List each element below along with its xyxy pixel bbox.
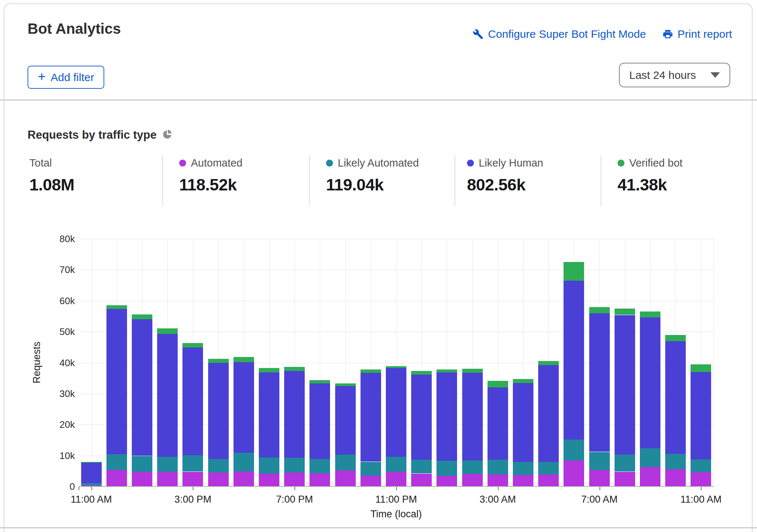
bar-segment-automated[interactable] — [182, 472, 203, 487]
bar-segment-verified-bot[interactable] — [665, 335, 686, 342]
bar-segment-likely-human[interactable] — [538, 365, 559, 462]
bar-segment-likely-automated[interactable] — [259, 458, 279, 474]
bar-segment-automated[interactable] — [259, 474, 279, 487]
bar-segment-likely-automated[interactable] — [665, 454, 686, 469]
bar-segment-likely-automated[interactable] — [361, 462, 381, 475]
bar-segment-verified-bot[interactable] — [564, 262, 584, 281]
bar-segment-likely-automated[interactable] — [309, 459, 330, 473]
bar-segment-automated[interactable] — [513, 475, 533, 487]
bar-segment-verified-bot[interactable] — [589, 307, 610, 314]
bar-segment-likely-human[interactable] — [157, 334, 178, 457]
bar-segment-automated[interactable] — [132, 472, 152, 487]
bar-segment-automated[interactable] — [564, 460, 584, 487]
bar-segment-likely-automated[interactable] — [640, 448, 660, 467]
bar-segment-likely-automated[interactable] — [691, 459, 711, 472]
bar-segment-likely-human[interactable] — [309, 383, 330, 459]
bar-segment-verified-bot[interactable] — [386, 366, 406, 368]
bar-segment-likely-human[interactable] — [564, 281, 584, 440]
bar-segment-likely-human[interactable] — [665, 341, 686, 453]
bar-segment-likely-automated[interactable] — [411, 460, 432, 473]
bar-segment-likely-human[interactable] — [106, 309, 127, 455]
bar-segment-verified-bot[interactable] — [182, 343, 203, 348]
bar-segment-verified-bot[interactable] — [335, 383, 356, 386]
bar-segment-automated[interactable] — [615, 472, 635, 487]
bar-segment-verified-bot[interactable] — [640, 311, 660, 317]
bar-segment-likely-human[interactable] — [640, 317, 660, 448]
bar-segment-likely-automated[interactable] — [513, 462, 533, 475]
bar-segment-likely-automated[interactable] — [106, 454, 127, 470]
bar-segment-likely-automated[interactable] — [462, 460, 483, 474]
bar-segment-automated[interactable] — [538, 474, 559, 487]
bar-segment-automated[interactable] — [106, 470, 127, 487]
bar-segment-likely-automated[interactable] — [564, 440, 584, 460]
bar-segment-automated[interactable] — [589, 470, 610, 487]
bar-segment-likely-human[interactable] — [361, 373, 381, 462]
bar-segment-automated[interactable] — [335, 470, 356, 487]
bar-segment-likely-human[interactable] — [488, 387, 508, 460]
bar-segment-automated[interactable] — [640, 467, 660, 487]
bar-segment-verified-bot[interactable] — [437, 369, 457, 372]
bar-segment-automated[interactable] — [233, 471, 254, 487]
bar-segment-verified-bot[interactable] — [411, 371, 432, 374]
bar-segment-verified-bot[interactable] — [157, 328, 178, 334]
bar-segment-verified-bot[interactable] — [615, 309, 635, 315]
bar-segment-likely-human[interactable] — [335, 386, 356, 455]
bar-segment-likely-human[interactable] — [615, 315, 635, 455]
bar-segment-likely-human[interactable] — [589, 313, 610, 452]
bar-segment-automated[interactable] — [309, 473, 330, 487]
bar-segment-likely-automated[interactable] — [589, 452, 610, 470]
bar-segment-likely-human[interactable] — [81, 463, 102, 483]
bar-segment-likely-human[interactable] — [233, 362, 254, 453]
bar-segment-likely-human[interactable] — [182, 347, 203, 455]
bar-segment-likely-human[interactable] — [132, 319, 152, 456]
bar-segment-likely-human[interactable] — [411, 375, 432, 460]
bar-segment-automated[interactable] — [488, 474, 508, 487]
bar-segment-likely-automated[interactable] — [615, 455, 635, 471]
bar-segment-automated[interactable] — [691, 472, 711, 487]
bar-segment-likely-automated[interactable] — [182, 455, 203, 472]
bar-segment-verified-bot[interactable] — [208, 359, 229, 363]
bar-segment-likely-automated[interactable] — [157, 457, 178, 472]
bar-segment-verified-bot[interactable] — [513, 379, 533, 383]
bar-segment-automated[interactable] — [386, 472, 406, 487]
bar-segment-likely-automated[interactable] — [335, 455, 356, 470]
bar-segment-automated[interactable] — [361, 475, 381, 487]
bar-segment-likely-automated[interactable] — [233, 453, 254, 471]
bar-segment-likely-human[interactable] — [284, 371, 305, 458]
bar-segment-verified-bot[interactable] — [361, 369, 381, 373]
bar-segment-likely-automated[interactable] — [284, 458, 305, 473]
bar-segment-automated[interactable] — [284, 473, 305, 487]
bar-segment-automated[interactable] — [437, 476, 457, 487]
bar-segment-likely-automated[interactable] — [81, 483, 102, 485]
bar-segment-automated[interactable] — [411, 474, 432, 487]
bar-segment-likely-human[interactable] — [691, 372, 711, 459]
bar-segment-verified-bot[interactable] — [462, 369, 483, 373]
bar-segment-likely-automated[interactable] — [488, 460, 508, 475]
bar-segment-verified-bot[interactable] — [132, 314, 152, 319]
bar-segment-likely-automated[interactable] — [386, 457, 406, 472]
bar-segment-automated[interactable] — [208, 473, 229, 487]
bar-segment-verified-bot[interactable] — [691, 364, 711, 372]
bar-segment-likely-automated[interactable] — [208, 459, 229, 473]
bar-segment-verified-bot[interactable] — [309, 380, 330, 383]
bar-segment-verified-bot[interactable] — [538, 361, 559, 365]
bar-segment-verified-bot[interactable] — [81, 462, 102, 463]
bar-segment-automated[interactable] — [665, 469, 686, 487]
bar-segment-likely-human[interactable] — [513, 383, 533, 462]
bar-segment-likely-human[interactable] — [259, 372, 279, 458]
bar-segment-verified-bot[interactable] — [488, 381, 508, 387]
bar-segment-likely-human[interactable] — [437, 372, 457, 461]
x-tick-label: 3:00 PM — [152, 494, 233, 505]
bar-segment-verified-bot[interactable] — [106, 305, 127, 309]
bar-segment-likely-human[interactable] — [386, 368, 406, 457]
bar-segment-likely-human[interactable] — [462, 373, 483, 460]
bar-segment-likely-automated[interactable] — [437, 461, 457, 476]
bar-segment-automated[interactable] — [462, 474, 483, 487]
bar-segment-verified-bot[interactable] — [259, 368, 279, 372]
bar-segment-likely-automated[interactable] — [132, 456, 152, 472]
bar-segment-automated[interactable] — [157, 472, 178, 487]
bar-segment-verified-bot[interactable] — [284, 367, 305, 371]
bar-segment-likely-automated[interactable] — [538, 462, 559, 475]
bar-segment-likely-human[interactable] — [208, 363, 229, 459]
bar-segment-verified-bot[interactable] — [233, 357, 254, 362]
